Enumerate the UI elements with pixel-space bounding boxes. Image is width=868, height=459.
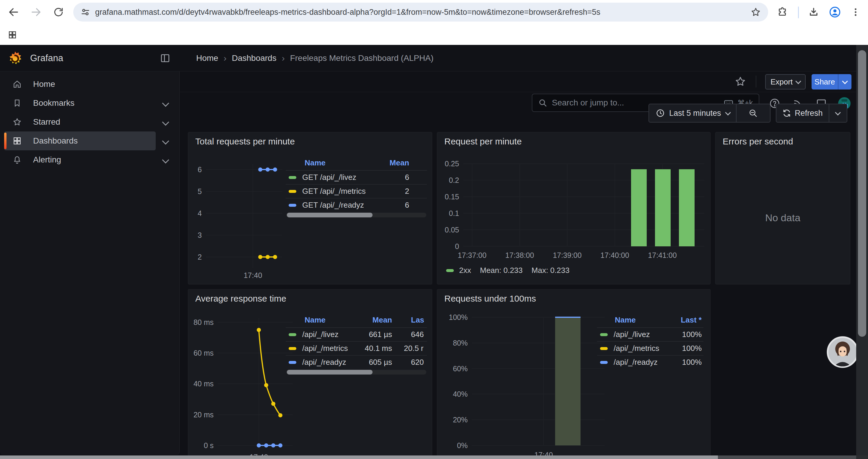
sidebar-item-bookmarks[interactable]: Bookmarks [4,94,175,112]
apps-button[interactable] [4,27,21,43]
series-color-pill[interactable] [289,190,296,193]
series-name[interactable]: /api/_/metrics [614,344,659,353]
legend-row[interactable]: /api/_/livez 661 µs 646 [286,327,427,341]
breadcrumb-home[interactable]: Home [196,54,218,63]
panel-title[interactable]: Errors per second [723,136,793,146]
panel-title[interactable]: Requests under 100ms [444,294,536,304]
y-tick: 6 [198,165,202,174]
series-name[interactable]: GET /api/_/metrics [302,187,366,196]
forward-arrow-icon [30,6,42,18]
series-color-pill[interactable] [600,347,608,350]
browser-menu-button[interactable] [847,4,864,21]
legend-row[interactable]: GET /api/_/metrics 2 [286,184,427,198]
series-color-pill[interactable] [600,361,608,364]
last-column-header[interactable]: Last * [668,316,704,325]
panel-title[interactable]: Total requests per minute [195,136,295,146]
mean-column-header[interactable]: Mean [348,316,392,325]
sidebar-item-starred[interactable]: Starred [4,112,175,131]
horizontal-scrollbar-thumb[interactable] [0,455,718,459]
legend-table-header: Name Mean Las [286,313,427,327]
vertical-scrollbar-thumb[interactable] [858,50,866,337]
zoom-out-icon [748,108,758,118]
browser-back-button[interactable] [5,4,22,21]
series-name[interactable]: /api/_/livez [614,330,650,339]
toolbar-border [180,92,856,92]
last-column-header[interactable]: Las [392,316,427,325]
bar-chart[interactable]: 0.25 0.2 0.15 0.1 0.05 0 17:37:00 17:38:… [442,159,706,261]
panel-title[interactable]: Request per minute [444,136,522,146]
series-name[interactable]: GET /api/_/livez [302,173,356,182]
sidebar-item-alerting[interactable]: Alerting [4,150,175,169]
browser-reload-button[interactable] [50,4,67,21]
downloads-button[interactable] [805,4,822,21]
chevron-down-icon[interactable] [162,100,169,107]
bookmark-star-icon[interactable] [750,7,761,18]
name-column-header[interactable]: Name [597,316,668,325]
panel-requests-under-100ms[interactable]: Requests under 100ms 100% 80% 60% 40% 20… [437,289,711,459]
series-name[interactable]: /api/_/readyz [302,358,346,367]
panel-left-icon [159,53,171,64]
refresh-button[interactable]: Refresh [776,104,847,123]
name-column-header[interactable]: Name [286,158,377,167]
legend-row[interactable]: /api/_/metrics 40.1 ms 20.5 r [286,341,427,355]
legend-table-scrollbar[interactable] [286,370,426,374]
x-tick: 17:40 [244,271,262,279]
panel-request-per-minute[interactable]: Request per minute 0.25 0.2 0.15 0.1 0.0… [437,132,711,285]
series-name[interactable]: /api/_/readyz [614,358,658,367]
legend-row[interactable]: /api/_/readyz 605 µs 620 [286,355,427,369]
share-button[interactable]: Share [812,74,851,90]
x-tick: 17:39:00 [553,251,582,259]
series-color-pill[interactable] [600,333,608,336]
url-bar[interactable]: grafana.mathmast.com/d/deytv4rwavabkb/fr… [73,3,768,22]
legend-row[interactable]: /api/_/livez 100% [597,327,704,341]
browser-forward-button[interactable] [28,4,44,21]
star-icon [12,117,22,127]
share-dropdown-button[interactable] [838,74,851,90]
legend-table-scrollbar[interactable] [286,213,426,218]
chevron-down-icon[interactable] [162,156,169,163]
legend-table: Name Mean Las /api/_/livez 661 µs 646 /a… [286,313,427,369]
legend-series-name[interactable]: 2xx [459,266,471,275]
site-settings-icon[interactable] [80,7,90,17]
share-button-label[interactable]: Share [812,74,838,90]
series-color-pill[interactable] [289,347,296,350]
zoom-out-button[interactable] [737,108,770,118]
mean-column-header[interactable]: Mean [377,158,427,167]
sidebar-item-dashboards[interactable]: Dashboards [4,131,175,150]
favorite-dashboard-button[interactable] [735,76,746,88]
export-button[interactable]: Export [765,74,806,90]
extensions-button[interactable] [774,4,790,21]
chevron-down-icon[interactable] [162,137,169,144]
bar-chart[interactable]: 100% 80% 60% 40% 20% 0% 17:40 [440,310,606,459]
series-color-pill[interactable] [289,333,296,336]
browser-profile-button[interactable] [827,4,843,21]
panel-average-response-time[interactable]: Average response time 80 ms 60 ms 40 ms … [188,289,432,459]
legend-row[interactable]: /api/_/metrics 100% [597,341,704,355]
legend-row[interactable]: GET /api/_/livez 6 [286,170,427,184]
sidebar-item-home[interactable]: Home [4,75,175,94]
series-color-pill[interactable] [289,176,296,179]
grafana-logo[interactable] [8,51,23,66]
series-2xx-bars [631,169,694,246]
panel-title[interactable]: Average response time [195,294,286,304]
chevron-down-icon[interactable] [162,119,169,126]
series-name[interactable]: /api/_/livez [302,330,339,339]
breadcrumb-dashboards[interactable]: Dashboards [232,54,277,63]
name-column-header[interactable]: Name [286,316,348,325]
chart-legend[interactable]: 2xx Mean: 0.233 Max: 0.233 [446,266,569,275]
legend-row[interactable]: GET /api/_/readyz 6 [286,198,427,212]
y-tick: 40% [453,390,468,398]
time-range-picker[interactable]: Last 5 minutes [649,104,771,123]
refresh-interval-dropdown[interactable] [829,112,847,114]
panel-errors-per-second[interactable]: Errors per second No data [715,132,850,285]
series-color-pill[interactable] [289,204,296,207]
legend-row[interactable]: /api/_/readyz 100% [597,355,704,369]
url-text[interactable]: grafana.mathmast.com/d/deytv4rwavabkb/fr… [95,8,747,17]
series-name[interactable]: /api/_/metrics [302,344,348,353]
collapse-sidebar-button[interactable] [159,53,171,64]
floating-assistant-avatar[interactable] [827,336,859,368]
series-name[interactable]: GET /api/_/readyz [302,201,364,210]
series-color-pill[interactable] [289,361,296,364]
panel-total-requests-per-minute[interactable]: Total requests per minute 6 5 4 3 2 17:4… [188,132,432,285]
timeseries-chart[interactable]: 6 5 4 3 2 17:40 [191,160,283,279]
